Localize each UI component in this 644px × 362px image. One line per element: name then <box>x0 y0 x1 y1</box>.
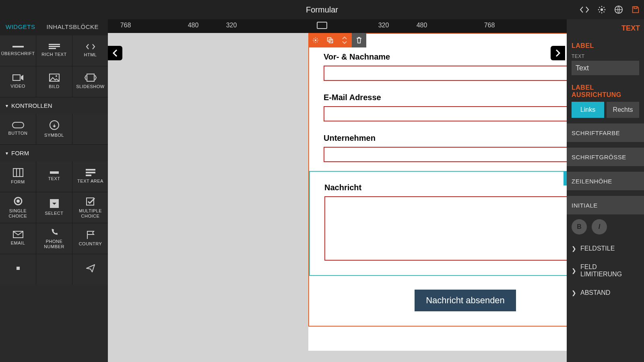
widget-text[interactable]: TEXT <box>36 161 72 192</box>
textarea-icon <box>86 169 95 176</box>
accordion-fieldstyles[interactable]: ❯ FELDSTILE <box>567 239 644 258</box>
topbar-actions <box>580 5 640 14</box>
prev-breakpoint-button[interactable] <box>108 46 122 60</box>
widget-email[interactable]: EMAIL <box>0 223 36 254</box>
align-right-button[interactable]: Rechts <box>607 102 639 118</box>
svg-rect-5 <box>49 46 60 47</box>
svg-point-9 <box>56 75 57 77</box>
ruler-mark: 320 <box>378 22 389 29</box>
radio-icon <box>13 196 23 206</box>
submit-button[interactable]: Nachricht absenden <box>415 290 516 311</box>
svg-rect-3 <box>12 46 24 47</box>
ruler-mark: 320 <box>226 22 237 29</box>
chevron-right-icon: ❯ <box>572 245 576 252</box>
chevron-down-icon: ▾ <box>6 150 8 156</box>
slideshow-icon <box>85 74 97 82</box>
widget-html[interactable]: HTML <box>72 35 108 66</box>
widget-button[interactable]: BUTTON <box>0 114 36 144</box>
svg-rect-13 <box>13 169 23 177</box>
label-text-sub: TEXT <box>572 53 639 59</box>
name-input[interactable] <box>324 66 607 81</box>
widget-form[interactable]: FORM <box>0 161 36 192</box>
email-label: E-Mail Adresse <box>324 93 607 102</box>
next-breakpoint-button[interactable] <box>551 46 565 60</box>
message-textarea[interactable] <box>324 196 606 261</box>
svg-rect-4 <box>49 44 60 45</box>
widget-extra-2[interactable] <box>72 254 108 285</box>
widget-multiple-choice[interactable]: MULTIPLE CHOICE <box>72 192 108 223</box>
widget-extra-1[interactable] <box>0 254 36 285</box>
phone-icon <box>50 228 59 237</box>
dot-icon <box>17 267 20 270</box>
right-panel: TEXT LABEL TEXT LABEL AUSRICHTUNG Links … <box>567 19 644 362</box>
field-email: E-Mail Adresse <box>324 93 607 121</box>
code-icon[interactable] <box>580 6 589 13</box>
svg-rect-11 <box>12 122 24 128</box>
label-text-input[interactable] <box>572 61 639 75</box>
tab-widgets[interactable]: WIDGETS <box>0 19 41 35</box>
widget-richtext[interactable]: RICH TEXT <box>36 35 72 66</box>
widget-slideshow[interactable]: SLIDESHOW <box>72 66 108 97</box>
chevron-right-icon: ❯ <box>572 290 576 296</box>
tab-content-blocks[interactable]: INHALTSBLÖCKE <box>41 19 105 35</box>
canvas: Vor- & Nachname E-Mail Adresse Unternehm… <box>108 33 644 362</box>
initial-row[interactable]: INITIALE <box>567 196 644 214</box>
widget-select[interactable]: SELECT <box>36 192 72 223</box>
svg-point-21 <box>17 200 20 203</box>
italic-button[interactable]: I <box>592 219 607 234</box>
block-sort-button[interactable] <box>337 33 352 47</box>
email-input[interactable] <box>324 106 607 121</box>
widget-country[interactable]: COUNTRY <box>72 223 108 254</box>
email-icon <box>13 231 23 238</box>
widget-heading[interactable]: ÜBERSCHRIFT <box>0 35 36 66</box>
heading-icon <box>12 45 24 49</box>
checkbox-icon <box>86 196 95 206</box>
svg-rect-7 <box>13 75 20 80</box>
svg-rect-19 <box>86 175 91 176</box>
page-title: Formular <box>306 5 338 14</box>
svg-rect-18 <box>86 172 95 173</box>
select-icon <box>50 199 59 208</box>
controls-grid: BUTTON SYMBOL <box>0 114 108 144</box>
form-icon <box>13 168 23 177</box>
fontcolor-row[interactable]: SCHRIFTFARBE <box>567 123 644 142</box>
widget-video[interactable]: VIDEO <box>0 66 36 97</box>
html-icon <box>85 43 96 50</box>
gear-icon[interactable] <box>597 5 606 14</box>
widget-image[interactable]: BILD <box>36 66 72 97</box>
bold-button[interactable]: B <box>572 219 587 234</box>
block-toolbar <box>308 33 366 47</box>
accordion-fieldlimit[interactable]: ❯ FELD LIMITIERUNG <box>567 258 644 284</box>
company-input[interactable] <box>324 147 607 162</box>
widget-single-choice[interactable]: SINGLE CHOICE <box>0 192 36 223</box>
svg-rect-10 <box>87 74 94 81</box>
accordion-spacing[interactable]: ❯ ABSTAND <box>567 284 644 302</box>
section-controls[interactable]: ▾ KONTROLLEN <box>0 97 108 114</box>
svg-rect-2 <box>634 7 637 9</box>
ruler-mark: 480 <box>417 22 427 29</box>
tab-text[interactable]: TEXT <box>567 19 644 37</box>
align-section-title: LABEL AUSRICHTUNG <box>572 84 639 99</box>
section-form[interactable]: ▾ FORM <box>0 144 108 161</box>
block-duplicate-button[interactable] <box>323 33 337 47</box>
widget-phone[interactable]: PHONE NUMBER <box>36 223 72 254</box>
widget-textarea[interactable]: TEXT AREA <box>72 161 108 192</box>
block-delete-button[interactable] <box>352 33 366 47</box>
ruler-mark: 480 <box>188 22 199 29</box>
left-panel: WIDGETS INHALTSBLÖCKE ÜBERSCHRIFT RICH T… <box>0 19 108 362</box>
globe-icon[interactable] <box>614 5 623 14</box>
block-settings-button[interactable] <box>308 33 323 47</box>
text-icon <box>50 171 59 174</box>
svg-rect-17 <box>86 169 95 171</box>
svg-point-0 <box>601 8 603 11</box>
save-icon[interactable] <box>631 5 640 14</box>
svg-rect-6 <box>49 48 56 49</box>
lineheight-row[interactable]: ZEILENHÖHE <box>567 172 644 190</box>
ruler-mark: 768 <box>484 22 495 29</box>
device-icon[interactable] <box>317 22 327 29</box>
align-left-button[interactable]: Links <box>572 102 604 118</box>
chevron-down-icon: ▾ <box>6 103 8 109</box>
button-icon <box>12 122 24 128</box>
fontsize-row[interactable]: SCHRIFTGRÖSSE <box>567 148 644 166</box>
widget-symbol[interactable]: SYMBOL <box>36 114 72 144</box>
